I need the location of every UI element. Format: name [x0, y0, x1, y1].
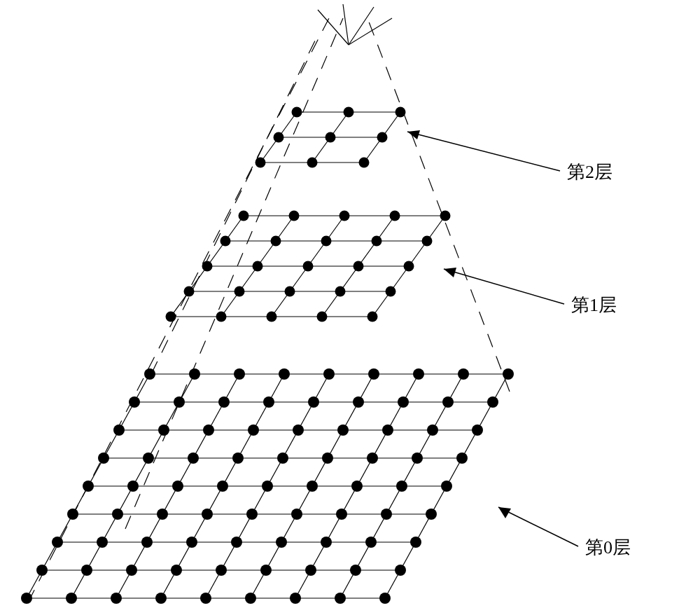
grid-node — [144, 368, 155, 380]
grid-node — [382, 424, 393, 436]
grid-node — [442, 396, 454, 408]
grid-node — [323, 368, 335, 380]
grid-node — [253, 261, 263, 272]
grid-node — [354, 261, 364, 272]
grid-node — [216, 565, 227, 576]
grid-node — [337, 424, 349, 436]
grid-node — [260, 565, 272, 576]
grid-node — [456, 452, 468, 464]
grid-node — [36, 565, 48, 576]
grid-node — [351, 481, 363, 492]
grid-node — [200, 593, 211, 604]
grid-node — [271, 236, 281, 247]
grid-node — [218, 396, 230, 408]
grid-node — [350, 565, 361, 576]
grid-node — [326, 132, 336, 143]
grid-node — [279, 368, 290, 380]
label-layer0: 第0层 — [585, 537, 631, 558]
svg-line-3 — [151, 34, 318, 374]
grid-node — [21, 593, 32, 604]
grid-node — [174, 396, 185, 408]
grid-node — [390, 211, 400, 221]
svg-line-1 — [368, 18, 510, 392]
grid-node — [379, 593, 391, 604]
grid-node — [267, 312, 277, 322]
grid-node — [503, 368, 514, 380]
grid-node — [155, 593, 167, 604]
grid-node — [426, 509, 437, 520]
grid-node — [188, 452, 199, 464]
grid-node — [203, 424, 214, 436]
apex-lines — [318, 4, 392, 45]
grid-node — [274, 132, 284, 143]
label-layer2: 第2层 — [567, 162, 612, 182]
grid-node — [285, 286, 295, 297]
grid-node — [234, 368, 245, 380]
grid-node — [427, 424, 438, 436]
grid-node — [52, 537, 63, 548]
grid-node — [292, 107, 302, 118]
grid-layer-0 — [21, 368, 514, 604]
grid-node — [171, 565, 182, 576]
grid-node — [322, 452, 333, 464]
grid-node — [305, 565, 316, 576]
grid-node — [277, 452, 288, 464]
grid-node — [458, 368, 469, 380]
grid-node — [336, 509, 347, 520]
svg-marker-43 — [407, 130, 420, 139]
grid-node — [246, 509, 258, 520]
grid-node — [367, 452, 378, 464]
grid-node — [67, 509, 78, 520]
grid-node — [344, 107, 354, 118]
grid-node — [263, 396, 274, 408]
grid-node — [396, 481, 407, 492]
grid-node — [289, 211, 300, 221]
grid-node — [66, 593, 77, 604]
pyramid-diagram: 第2层 第1层 第0层 — [0, 0, 700, 608]
pyramid-edges — [28, 18, 510, 602]
label-layer1: 第1层 — [571, 295, 617, 315]
grid-node — [291, 509, 302, 520]
grid-node — [386, 286, 396, 297]
grid-node — [202, 261, 213, 272]
grid-node — [255, 158, 266, 168]
grid-node — [317, 312, 328, 322]
grid-node — [487, 396, 498, 408]
grid-node — [239, 211, 249, 221]
grid-node — [202, 509, 213, 520]
svg-line-5 — [343, 4, 349, 45]
grid-node — [143, 452, 154, 464]
grid-node — [217, 481, 228, 492]
grid-node — [157, 509, 168, 520]
svg-line-44 — [444, 269, 564, 304]
grid-node — [335, 286, 346, 297]
label-arrow-layer2 — [407, 130, 560, 171]
grid-node — [184, 286, 195, 297]
grid-node — [186, 537, 197, 548]
grid-node — [321, 236, 332, 247]
grid-node — [127, 481, 139, 492]
svg-marker-45 — [444, 268, 456, 277]
grid-node — [158, 424, 169, 436]
grid-node — [404, 261, 414, 272]
grid-node — [359, 158, 370, 168]
grid-node — [172, 481, 183, 492]
grid-node — [234, 286, 245, 297]
svg-line-46 — [498, 507, 578, 546]
grid-layer-1 — [166, 211, 451, 322]
grid-node — [441, 481, 452, 492]
svg-line-42 — [407, 132, 560, 171]
grid-node — [98, 452, 109, 464]
grid-node — [220, 236, 231, 247]
grid-node — [126, 565, 137, 576]
grid-node — [372, 236, 382, 247]
grid-node — [166, 312, 176, 322]
grid-node — [321, 537, 332, 548]
grid-node — [412, 452, 423, 464]
grid-node — [232, 452, 244, 464]
grid-node — [290, 593, 301, 604]
label-arrow-layer0 — [498, 507, 578, 546]
svg-line-2 — [125, 18, 343, 529]
grid-node — [472, 424, 483, 436]
grid-node — [262, 481, 273, 492]
